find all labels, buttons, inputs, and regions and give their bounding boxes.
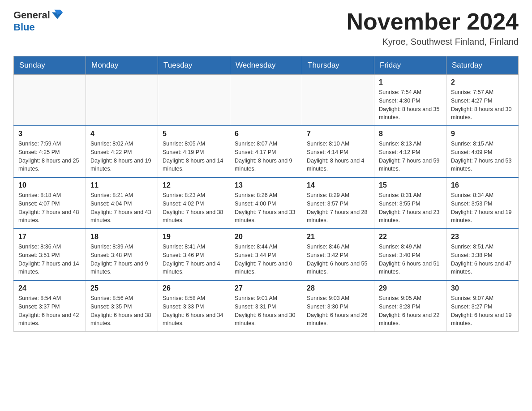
day-info: Sunrise: 8:02 AMSunset: 4:22 PMDaylight:… [90,140,153,173]
calendar-day-cell: 15Sunrise: 8:31 AMSunset: 3:55 PMDayligh… [374,177,446,229]
day-number: 20 [235,233,297,241]
calendar-day-cell: 2Sunrise: 7:57 AMSunset: 4:27 PMDaylight… [446,75,519,126]
day-info: Sunrise: 8:15 AMSunset: 4:09 PMDaylight:… [451,140,514,173]
calendar-day-cell: 23Sunrise: 8:51 AMSunset: 3:38 PMDayligh… [446,229,519,280]
day-info: Sunrise: 8:21 AMSunset: 4:04 PMDaylight:… [90,191,153,225]
day-number: 7 [307,130,369,138]
day-number: 22 [379,233,442,241]
calendar-day-cell: 24Sunrise: 8:54 AMSunset: 3:37 PMDayligh… [14,280,86,332]
day-number: 8 [379,130,442,138]
calendar-day-cell: 4Sunrise: 8:02 AMSunset: 4:22 PMDaylight… [86,126,158,177]
calendar-day-cell: 10Sunrise: 8:18 AMSunset: 4:07 PMDayligh… [14,177,86,229]
day-number: 10 [18,181,81,189]
day-info: Sunrise: 8:07 AMSunset: 4:17 PMDaylight:… [235,140,297,173]
calendar-day-cell: 13Sunrise: 8:26 AMSunset: 4:00 PMDayligh… [230,177,302,229]
day-number: 11 [90,181,153,189]
calendar-day-cell: 28Sunrise: 9:03 AMSunset: 3:30 PMDayligh… [302,280,374,332]
day-info: Sunrise: 8:13 AMSunset: 4:12 PMDaylight:… [379,140,442,173]
day-info: Sunrise: 8:34 AMSunset: 3:53 PMDaylight:… [451,191,514,225]
day-number: 18 [90,233,153,241]
day-number: 13 [235,181,297,189]
calendar-day-cell: 9Sunrise: 8:15 AMSunset: 4:09 PMDaylight… [446,126,519,177]
day-info: Sunrise: 9:03 AMSunset: 3:30 PMDaylight:… [307,294,369,328]
weekday-header-wednesday: Wednesday [230,56,302,75]
day-number: 6 [235,130,297,138]
day-number: 2 [451,78,514,86]
calendar-week-row: 17Sunrise: 8:36 AMSunset: 3:51 PMDayligh… [14,229,519,280]
day-info: Sunrise: 8:31 AMSunset: 3:55 PMDaylight:… [379,191,442,225]
day-number: 23 [451,233,514,241]
calendar-day-cell: 16Sunrise: 8:34 AMSunset: 3:53 PMDayligh… [446,177,519,229]
day-info: Sunrise: 8:05 AMSunset: 4:19 PMDaylight:… [163,140,225,173]
calendar-day-cell: 12Sunrise: 8:23 AMSunset: 4:02 PMDayligh… [158,177,230,229]
weekday-header-tuesday: Tuesday [158,56,230,75]
calendar-day-cell: 25Sunrise: 8:56 AMSunset: 3:35 PMDayligh… [86,280,158,332]
logo-general-text: General [13,9,50,21]
day-info: Sunrise: 8:29 AMSunset: 3:57 PMDaylight:… [307,191,369,225]
calendar-day-cell: 26Sunrise: 8:58 AMSunset: 3:33 PMDayligh… [158,280,230,332]
calendar-day-cell: 6Sunrise: 8:07 AMSunset: 4:17 PMDaylight… [230,126,302,177]
weekday-header-sunday: Sunday [14,56,86,75]
day-number: 15 [379,181,442,189]
day-info: Sunrise: 8:26 AMSunset: 4:00 PMDaylight:… [235,191,297,225]
weekday-header-thursday: Thursday [302,56,374,75]
day-number: 4 [90,130,153,138]
calendar-week-row: 24Sunrise: 8:54 AMSunset: 3:37 PMDayligh… [14,280,519,332]
calendar-day-cell: 22Sunrise: 8:49 AMSunset: 3:40 PMDayligh… [374,229,446,280]
day-info: Sunrise: 9:01 AMSunset: 3:31 PMDaylight:… [235,294,297,328]
calendar-day-cell: 30Sunrise: 9:07 AMSunset: 3:27 PMDayligh… [446,280,519,332]
day-info: Sunrise: 8:51 AMSunset: 3:38 PMDaylight:… [451,243,514,276]
day-info: Sunrise: 8:46 AMSunset: 3:42 PMDaylight:… [307,243,369,276]
calendar-day-cell: 5Sunrise: 8:05 AMSunset: 4:19 PMDaylight… [158,126,230,177]
day-number: 28 [307,284,369,292]
calendar-day-cell [302,75,374,126]
day-info: Sunrise: 8:23 AMSunset: 4:02 PMDaylight:… [163,191,225,225]
day-info: Sunrise: 8:58 AMSunset: 3:33 PMDaylight:… [163,294,225,328]
day-info: Sunrise: 9:07 AMSunset: 3:27 PMDaylight:… [451,294,514,328]
weekday-header-saturday: Saturday [446,56,519,75]
day-number: 12 [163,181,225,189]
day-number: 14 [307,181,369,189]
weekday-header-friday: Friday [374,56,446,75]
logo-blue-text: Blue [13,21,35,33]
day-info: Sunrise: 8:54 AMSunset: 3:37 PMDaylight:… [18,294,81,328]
day-info: Sunrise: 9:05 AMSunset: 3:28 PMDaylight:… [379,294,442,328]
day-number: 25 [90,284,153,292]
calendar-day-cell: 3Sunrise: 7:59 AMSunset: 4:25 PMDaylight… [14,126,86,177]
day-number: 30 [451,284,514,292]
calendar-day-cell: 14Sunrise: 8:29 AMSunset: 3:57 PMDayligh… [302,177,374,229]
day-number: 29 [379,284,442,292]
calendar-day-cell: 7Sunrise: 8:10 AMSunset: 4:14 PMDaylight… [302,126,374,177]
calendar-day-cell: 27Sunrise: 9:01 AMSunset: 3:31 PMDayligh… [230,280,302,332]
day-number: 9 [451,130,514,138]
day-info: Sunrise: 8:10 AMSunset: 4:14 PMDaylight:… [307,140,369,173]
day-info: Sunrise: 8:56 AMSunset: 3:35 PMDaylight:… [90,294,153,328]
logo-icon [51,9,64,21]
calendar-day-cell: 1Sunrise: 7:54 AMSunset: 4:30 PMDaylight… [374,75,446,126]
day-number: 21 [307,233,369,241]
day-number: 16 [451,181,514,189]
calendar-day-cell: 21Sunrise: 8:46 AMSunset: 3:42 PMDayligh… [302,229,374,280]
day-info: Sunrise: 7:54 AMSunset: 4:30 PMDaylight:… [379,88,442,122]
day-number: 26 [163,284,225,292]
calendar-day-cell: 11Sunrise: 8:21 AMSunset: 4:04 PMDayligh… [86,177,158,229]
day-number: 19 [163,233,225,241]
day-number: 24 [18,284,81,292]
month-title: November 2024 [347,9,519,34]
day-info: Sunrise: 8:49 AMSunset: 3:40 PMDaylight:… [379,243,442,276]
day-number: 17 [18,233,81,241]
weekday-header-monday: Monday [86,56,158,75]
logo: General Blue [13,9,64,33]
calendar-table: SundayMondayTuesdayWednesdayThursdayFrid… [13,56,519,332]
calendar-day-cell: 20Sunrise: 8:44 AMSunset: 3:44 PMDayligh… [230,229,302,280]
calendar-day-cell: 29Sunrise: 9:05 AMSunset: 3:28 PMDayligh… [374,280,446,332]
day-number: 3 [18,130,81,138]
page-header: General Blue November 2024 Kyroe, Southw… [13,9,519,47]
day-info: Sunrise: 8:39 AMSunset: 3:48 PMDaylight:… [90,243,153,276]
calendar-header-row: SundayMondayTuesdayWednesdayThursdayFrid… [14,56,519,75]
calendar-week-row: 3Sunrise: 7:59 AMSunset: 4:25 PMDaylight… [14,126,519,177]
calendar-day-cell: 19Sunrise: 8:41 AMSunset: 3:46 PMDayligh… [158,229,230,280]
calendar-day-cell [14,75,86,126]
day-info: Sunrise: 7:57 AMSunset: 4:27 PMDaylight:… [451,88,514,122]
title-section: November 2024 Kyroe, Southwest Finland, … [347,9,519,47]
